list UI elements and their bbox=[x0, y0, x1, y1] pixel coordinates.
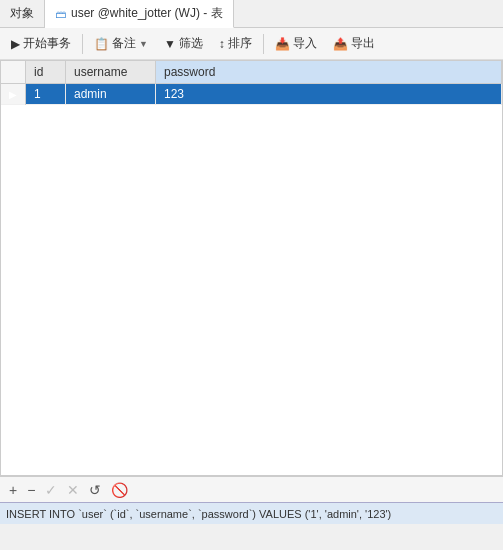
sql-status-text: INSERT INTO `user` (`id`, `username`, `p… bbox=[6, 508, 391, 520]
cell-password[interactable]: 123 bbox=[156, 84, 502, 105]
table-wrapper[interactable]: id username password ▶ 1 admin 123 bbox=[1, 61, 502, 268]
import-button[interactable]: 📥 导入 bbox=[268, 31, 324, 57]
import-icon: 📥 bbox=[275, 37, 290, 51]
add-row-button[interactable]: + bbox=[6, 483, 20, 497]
export-button[interactable]: 📤 导出 bbox=[326, 31, 382, 57]
tab-table-icon: 🗃 bbox=[55, 8, 66, 20]
confirm-button[interactable]: ✓ bbox=[42, 483, 60, 497]
cell-id[interactable]: 1 bbox=[26, 84, 66, 105]
object-label: 对象 bbox=[10, 5, 34, 22]
tab-label: user @white_jotter (WJ) - 表 bbox=[71, 5, 223, 22]
toolbar-separator-1 bbox=[82, 34, 83, 54]
col-header-username[interactable]: username bbox=[66, 61, 156, 84]
sort-icon: ↕ bbox=[219, 37, 225, 51]
table-header-row: id username password bbox=[1, 61, 502, 84]
begin-transaction-icon: ▶ bbox=[11, 37, 20, 51]
bottom-toolbar: + − ✓ ✕ ↺ 🚫 bbox=[0, 476, 503, 502]
cell-username[interactable]: admin bbox=[66, 84, 156, 105]
export-label: 导出 bbox=[351, 35, 375, 52]
title-bar-tab[interactable]: 🗃 user @white_jotter (WJ) - 表 bbox=[45, 0, 234, 28]
begin-transaction-button[interactable]: ▶ 开始事务 bbox=[4, 31, 78, 57]
sort-button[interactable]: ↕ 排序 bbox=[212, 31, 259, 57]
title-bar: 对象 🗃 user @white_jotter (WJ) - 表 bbox=[0, 0, 503, 28]
stop-button[interactable]: 🚫 bbox=[108, 483, 131, 497]
title-bar-object-label: 对象 bbox=[0, 0, 45, 27]
toolbar: ▶ 开始事务 📋 备注 ▼ ▼ 筛选 ↕ 排序 📥 导入 📤 导出 bbox=[0, 28, 503, 60]
filter-label: 筛选 bbox=[179, 35, 203, 52]
backup-label: 备注 bbox=[112, 35, 136, 52]
table-row[interactable]: ▶ 1 admin 123 bbox=[1, 84, 502, 105]
backup-icon: 📋 bbox=[94, 37, 109, 51]
col-header-password[interactable]: password bbox=[156, 61, 502, 84]
col-header-indicator bbox=[1, 61, 26, 84]
filter-icon: ▼ bbox=[164, 37, 176, 51]
status-bar: INSERT INTO `user` (`id`, `username`, `p… bbox=[0, 502, 503, 524]
remove-row-button[interactable]: − bbox=[24, 483, 38, 497]
toolbar-separator-2 bbox=[263, 34, 264, 54]
import-label: 导入 bbox=[293, 35, 317, 52]
filter-button[interactable]: ▼ 筛选 bbox=[157, 31, 210, 57]
sort-label: 排序 bbox=[228, 35, 252, 52]
refresh-button[interactable]: ↺ bbox=[86, 483, 104, 497]
table-empty-area bbox=[1, 268, 502, 475]
main-table-area: id username password ▶ 1 admin 123 bbox=[0, 60, 503, 476]
begin-transaction-label: 开始事务 bbox=[23, 35, 71, 52]
row-indicator-cell: ▶ bbox=[1, 84, 26, 105]
data-table: id username password ▶ 1 admin 123 bbox=[1, 61, 502, 105]
col-header-id[interactable]: id bbox=[26, 61, 66, 84]
export-icon: 📤 bbox=[333, 37, 348, 51]
backup-button[interactable]: 📋 备注 ▼ bbox=[87, 31, 155, 57]
backup-dropdown-arrow: ▼ bbox=[139, 39, 148, 49]
cancel-button[interactable]: ✕ bbox=[64, 483, 82, 497]
